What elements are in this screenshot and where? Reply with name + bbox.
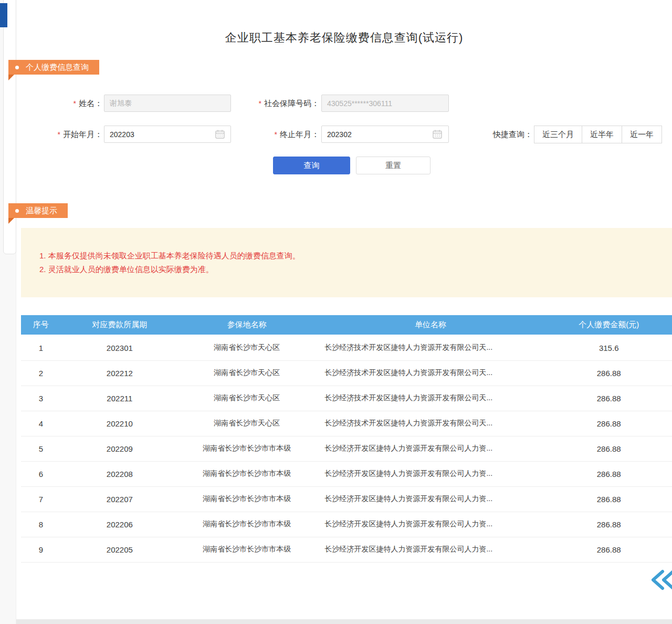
table-row: 6 202208 湖南省长沙市长沙市市本级 长沙经济开发区捷特人力资源开发有限公… [21, 461, 672, 486]
row-period: 202207 [61, 486, 178, 512]
row-period: 202209 [61, 436, 178, 461]
table-row: 7 202207 湖南省长沙市长沙市市本级 长沙经济开发区捷特人力资源开发有限公… [21, 486, 672, 512]
badge-fold-decoration [8, 218, 14, 224]
table-row: 4 202210 湖南省长沙市天心区 长沙经济技术开发区捷特人力资源开发有限公司… [21, 411, 672, 436]
reset-button[interactable]: 重置 [356, 157, 430, 174]
row-amount: 286.88 [545, 537, 672, 562]
row-company: 长沙经济开发区捷特人力资源开发有限公司人力资... [315, 461, 545, 486]
row-area: 湖南省长沙市天心区 [178, 335, 315, 360]
quick-range-button[interactable]: 近半年 [582, 126, 622, 143]
name-input[interactable] [104, 95, 231, 112]
row-amount: 286.88 [545, 411, 672, 436]
column-header: 单位名称 [315, 315, 545, 335]
row-index: 3 [21, 386, 61, 411]
row-area: 湖南省长沙市长沙市市本级 [178, 461, 315, 486]
row-company: 长沙经济技术开发区捷特人力资源开发有限公司天... [315, 360, 545, 386]
row-company: 长沙经济开发区捷特人力资源开发有限公司人力资... [315, 512, 545, 537]
column-header: 对应费款所属期 [61, 315, 178, 335]
row-index: 9 [21, 537, 61, 562]
table-row: 5 202209 湖南省长沙市长沙市市本级 长沙经济开发区捷特人力资源开发有限公… [21, 436, 672, 461]
row-amount: 286.88 [545, 360, 672, 386]
bullet-icon [15, 66, 19, 69]
payments-table: 序号对应费款所属期参保地名称单位名称个人缴费金额(元) 1 202301 湖南省… [21, 315, 672, 563]
row-index: 1 [21, 335, 61, 360]
row-amount: 286.88 [545, 512, 672, 537]
row-company: 长沙经济开发区捷特人力资源开发有限公司人力资... [315, 486, 545, 512]
ssn-field-label: *社会保障号码： [226, 95, 319, 112]
row-area: 湖南省长沙市天心区 [178, 411, 315, 436]
row-index: 6 [21, 461, 61, 486]
row-amount: 286.88 [545, 386, 672, 411]
quick-range-button[interactable]: 近三个月 [534, 126, 582, 143]
row-company: 长沙经济技术开发区捷特人力资源开发有限公司天... [315, 335, 545, 360]
notice-box: 1. 本服务仅提供尚未领取企业职工基本养老保险待遇人员的缴费信息查询。 2. 灵… [21, 228, 672, 297]
bottom-scrollbar-track[interactable] [16, 619, 672, 624]
row-company: 长沙经济开发区捷特人力资源开发有限公司人力资... [315, 436, 545, 461]
start-month-field-label: *开始年月： [32, 126, 102, 143]
row-period: 202211 [61, 386, 178, 411]
payments-table-body: 1 202301 湖南省长沙市天心区 长沙经济技术开发区捷特人力资源开发有限公司… [21, 335, 672, 562]
row-period: 202208 [61, 461, 178, 486]
row-area: 湖南省长沙市天心区 [178, 386, 315, 411]
row-index: 8 [21, 512, 61, 537]
section-badge-label: 个人缴费信息查询 [26, 63, 89, 72]
start-month-input[interactable] [104, 126, 231, 143]
section-badge-label: 温馨提示 [26, 206, 57, 216]
row-area: 湖南省长沙市长沙市市本级 [178, 486, 315, 512]
pension-payment-query-page: 企业职工基本养老保险缴费信息查询(试运行) 个人缴费信息查询 *姓名： *社会保… [0, 0, 672, 624]
column-header: 个人缴费金额(元) [545, 315, 672, 335]
row-index: 2 [21, 360, 61, 386]
table-header-row: 序号对应费款所属期参保地名称单位名称个人缴费金额(元) [21, 315, 672, 335]
quick-range-button[interactable]: 近一年 [622, 126, 662, 143]
row-area: 湖南省长沙市长沙市市本级 [178, 436, 315, 461]
notice-line: 1. 本服务仅提供尚未领取企业职工基本养老保险待遇人员的缴费信息查询。 [39, 249, 662, 263]
row-area: 湖南省长沙市天心区 [178, 360, 315, 386]
table-row: 2 202212 湖南省长沙市天心区 长沙经济技术开发区捷特人力资源开发有限公司… [21, 360, 672, 386]
row-company: 长沙经济技术开发区捷特人力资源开发有限公司天... [315, 386, 545, 411]
table-row: 9 202205 湖南省长沙市长沙市市本级 长沙经济开发区捷特人力资源开发有限公… [21, 537, 672, 562]
page-title: 企业职工基本养老保险缴费信息查询(试运行) [16, 30, 672, 46]
row-period: 202205 [61, 537, 178, 562]
row-period: 202301 [61, 335, 178, 360]
row-amount: 286.88 [545, 461, 672, 486]
row-area: 湖南省长沙市长沙市市本级 [178, 512, 315, 537]
calendar-icon[interactable] [433, 130, 442, 139]
notice-line: 2. 灵活就业人员的缴费单位信息以实际缴费为准。 [39, 263, 662, 276]
required-mark: * [58, 130, 60, 139]
row-area: 湖南省长沙市长沙市市本级 [178, 537, 315, 562]
row-period: 202210 [61, 411, 178, 436]
row-company: 长沙经济开发区捷特人力资源开发有限公司人力资... [315, 537, 545, 562]
row-index: 5 [21, 436, 61, 461]
row-amount: 286.88 [545, 436, 672, 461]
required-mark: * [275, 130, 277, 139]
row-amount: 315.6 [545, 335, 672, 360]
end-month-input[interactable] [321, 126, 449, 143]
table-row: 1 202301 湖南省长沙市天心区 长沙经济技术开发区捷特人力资源开发有限公司… [21, 335, 672, 360]
row-index: 7 [21, 486, 61, 512]
sidebar-blue-block [0, 3, 7, 27]
column-header: 序号 [21, 315, 61, 335]
row-period: 202206 [61, 512, 178, 537]
quick-query-label: 快捷查询： [480, 126, 532, 143]
table-row: 8 202206 湖南省长沙市长沙市市本级 长沙经济开发区捷特人力资源开发有限公… [21, 512, 672, 537]
required-mark: * [74, 99, 76, 108]
collapse-left-icon[interactable] [649, 569, 672, 591]
query-button[interactable]: 查询 [273, 157, 350, 174]
badge-fold-decoration [8, 75, 14, 80]
name-field-label: *姓名： [32, 95, 102, 112]
section-badge-personal-query: 个人缴费信息查询 [8, 60, 99, 75]
row-company: 长沙经济技术开发区捷特人力资源开发有限公司天... [315, 411, 545, 436]
table-row: 3 202211 湖南省长沙市天心区 长沙经济技术开发区捷特人力资源开发有限公司… [21, 386, 672, 411]
section-badge-tips: 温馨提示 [8, 203, 68, 218]
bullet-icon [15, 209, 19, 213]
row-index: 4 [21, 411, 61, 436]
end-month-field-label: *终止年月： [226, 126, 319, 143]
row-amount: 286.88 [545, 486, 672, 512]
column-header: 参保地名称 [178, 315, 315, 335]
row-period: 202212 [61, 360, 178, 386]
calendar-icon[interactable] [215, 130, 225, 139]
quick-query-group: 近三个月近半年近一年 [534, 126, 662, 143]
social-security-number-input[interactable] [321, 95, 449, 112]
required-mark: * [259, 99, 261, 108]
